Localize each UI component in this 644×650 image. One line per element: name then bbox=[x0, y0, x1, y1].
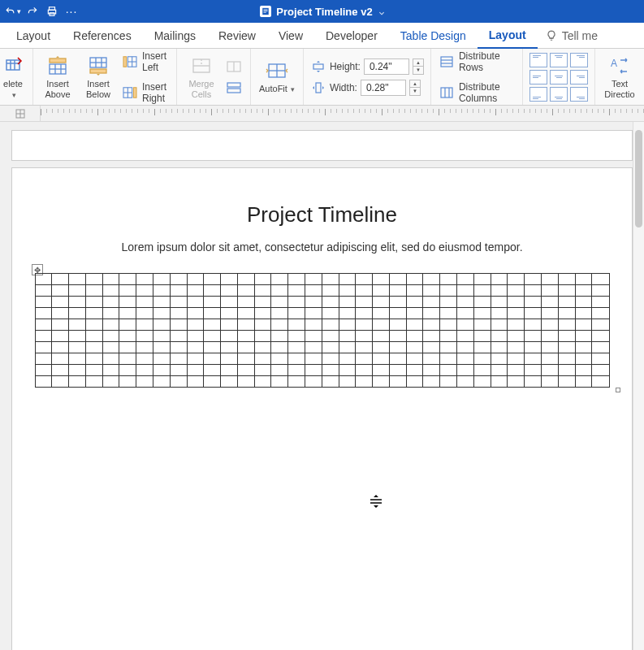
table-cell[interactable] bbox=[288, 274, 305, 285]
table-cell[interactable] bbox=[525, 308, 542, 319]
page[interactable]: ✥ Project Timeline Lorem ipsum dolor sit… bbox=[11, 167, 633, 650]
table-cell[interactable] bbox=[271, 353, 288, 365]
align-top-center[interactable] bbox=[550, 53, 568, 67]
table-cell[interactable] bbox=[153, 365, 170, 376]
table-cell[interactable] bbox=[592, 308, 609, 319]
table-cell[interactable] bbox=[35, 365, 52, 376]
table-cell[interactable] bbox=[35, 319, 52, 331]
table-cell[interactable] bbox=[305, 319, 322, 331]
table-cell[interactable] bbox=[254, 285, 271, 297]
table-cell[interactable] bbox=[237, 308, 254, 319]
table-cell[interactable] bbox=[473, 342, 491, 353]
table-cell[interactable] bbox=[491, 376, 508, 388]
table-resize-handle[interactable] bbox=[616, 388, 620, 392]
table-cell[interactable] bbox=[85, 353, 102, 365]
table-cell[interactable] bbox=[508, 353, 525, 365]
table-cell[interactable] bbox=[153, 285, 170, 297]
table-cell[interactable] bbox=[541, 297, 558, 308]
table-cell[interactable] bbox=[558, 353, 575, 365]
table-cell[interactable] bbox=[525, 342, 542, 353]
table-cell[interactable] bbox=[423, 297, 440, 308]
table-cell[interactable] bbox=[35, 342, 52, 353]
table-cell[interactable] bbox=[373, 319, 390, 331]
table-cell[interactable] bbox=[508, 285, 525, 297]
table-cell[interactable] bbox=[592, 319, 609, 331]
table-cell[interactable] bbox=[575, 353, 592, 365]
table-cell[interactable] bbox=[85, 331, 102, 342]
autofit-button[interactable]: AutoFit ▾ bbox=[257, 58, 296, 95]
table-cell[interactable] bbox=[237, 274, 254, 285]
table-cell[interactable] bbox=[85, 376, 102, 388]
table-cell[interactable] bbox=[541, 285, 558, 297]
table-cell[interactable] bbox=[102, 353, 119, 365]
table-cell[interactable] bbox=[406, 297, 423, 308]
table-cell[interactable] bbox=[339, 285, 356, 297]
stepper-up-icon[interactable]: ▲ bbox=[413, 59, 423, 67]
table-cell[interactable] bbox=[102, 297, 119, 308]
row-height-field[interactable]: Height: 0.24" ▲▼ bbox=[310, 58, 424, 75]
table-cell[interactable] bbox=[136, 285, 153, 297]
table-cell[interactable] bbox=[491, 353, 508, 365]
table-cell[interactable] bbox=[508, 308, 525, 319]
table-cell[interactable] bbox=[69, 342, 86, 353]
table-cell[interactable] bbox=[119, 376, 136, 388]
table-cell[interactable] bbox=[288, 285, 305, 297]
table-cell[interactable] bbox=[221, 308, 238, 319]
table-cell[interactable] bbox=[305, 285, 322, 297]
tab-table-layout[interactable]: Layout bbox=[478, 24, 538, 49]
table-cell[interactable] bbox=[389, 274, 406, 285]
table-cell[interactable] bbox=[69, 308, 86, 319]
table-cell[interactable] bbox=[153, 342, 170, 353]
text-direction-button[interactable]: A Text Directio bbox=[602, 53, 638, 100]
tab-table-design[interactable]: Table Design bbox=[389, 23, 478, 48]
table-cell[interactable] bbox=[373, 308, 390, 319]
align-top-left[interactable] bbox=[529, 53, 547, 67]
table-cell[interactable] bbox=[339, 274, 356, 285]
table-cell[interactable] bbox=[473, 308, 491, 319]
table-cell[interactable] bbox=[204, 297, 221, 308]
horizontal-ruler[interactable] bbox=[41, 106, 644, 121]
table-cell[interactable] bbox=[52, 331, 69, 342]
table-cell[interactable] bbox=[305, 308, 322, 319]
table-cell[interactable] bbox=[102, 308, 119, 319]
table-cell[interactable] bbox=[52, 274, 69, 285]
table-cell[interactable] bbox=[423, 319, 440, 331]
table-cell[interactable] bbox=[575, 342, 592, 353]
table-cell[interactable] bbox=[491, 365, 508, 376]
table-cell[interactable] bbox=[102, 319, 119, 331]
table-cell[interactable] bbox=[204, 274, 221, 285]
table-cell[interactable] bbox=[187, 319, 204, 331]
table-cell[interactable] bbox=[69, 319, 86, 331]
table-cell[interactable] bbox=[389, 308, 406, 319]
table-cell[interactable] bbox=[406, 308, 423, 319]
table-cell[interactable] bbox=[35, 331, 52, 342]
table-cell[interactable] bbox=[457, 297, 474, 308]
table-cell[interactable] bbox=[440, 308, 457, 319]
table-cell[interactable] bbox=[508, 331, 525, 342]
table-cell[interactable] bbox=[558, 297, 575, 308]
table-cell[interactable] bbox=[575, 297, 592, 308]
table-cell[interactable] bbox=[541, 365, 558, 376]
table-cell[interactable] bbox=[406, 353, 423, 365]
table-cell[interactable] bbox=[52, 319, 69, 331]
table-cell[interactable] bbox=[187, 308, 204, 319]
split-table-button[interactable] bbox=[224, 79, 244, 97]
table-cell[interactable] bbox=[322, 376, 339, 388]
table-cell[interactable] bbox=[440, 274, 457, 285]
table-cell[interactable] bbox=[322, 274, 339, 285]
align-bottom-right[interactable] bbox=[570, 87, 588, 102]
table-cell[interactable] bbox=[575, 365, 592, 376]
table-cell[interactable] bbox=[592, 285, 609, 297]
table-cell[interactable] bbox=[473, 376, 491, 388]
table-cell[interactable] bbox=[305, 353, 322, 365]
table-cell[interactable] bbox=[102, 331, 119, 342]
table-cell[interactable] bbox=[204, 308, 221, 319]
table-cell[interactable] bbox=[525, 376, 542, 388]
table-cell[interactable] bbox=[389, 376, 406, 388]
table-cell[interactable] bbox=[221, 319, 238, 331]
table-cell[interactable] bbox=[221, 342, 238, 353]
table-cell[interactable] bbox=[271, 319, 288, 331]
table-cell[interactable] bbox=[35, 297, 52, 308]
table-cell[interactable] bbox=[356, 353, 373, 365]
table-cell[interactable] bbox=[525, 331, 542, 342]
